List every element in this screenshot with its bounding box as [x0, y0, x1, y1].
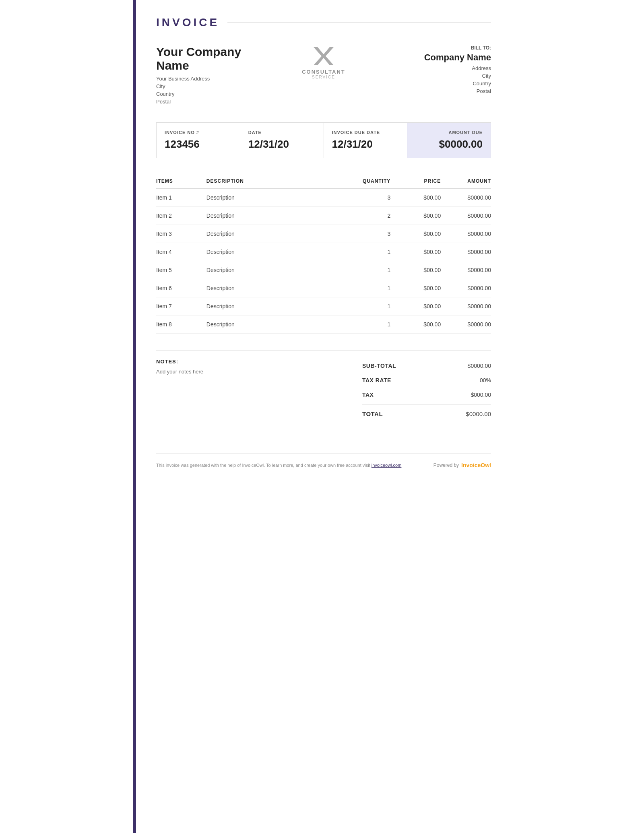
cell-item-5: Item 6 [156, 279, 206, 297]
invoice-title: INVOICE [156, 16, 219, 29]
total-row: TOTAL $0000.00 [362, 406, 491, 421]
subtotal-label: SUB-TOTAL [362, 363, 396, 369]
logo-box: CONSULTANT SERVICE [302, 45, 345, 79]
invoice-header: INVOICE [156, 16, 491, 29]
date-label: DATE [248, 130, 316, 135]
invoice-no-value: 123456 [165, 138, 232, 151]
cell-desc-3: Description [206, 243, 341, 261]
footer-main-text: This invoice was generated with the help… [156, 463, 370, 468]
meta-amount-due: AMOUNT DUE $0000.00 [407, 123, 491, 158]
date-value: 12/31/20 [248, 138, 316, 151]
tax-label: TAX [362, 392, 374, 398]
col-header-quantity: QUANTITY [341, 174, 391, 188]
cell-desc-5: Description [206, 279, 341, 297]
cell-item-7: Item 8 [156, 315, 206, 334]
cell-desc-6: Description [206, 297, 341, 315]
cell-price-0: $00.00 [390, 188, 441, 207]
cell-amount-1: $0000.00 [441, 207, 491, 225]
total-value: $0000.00 [466, 410, 491, 417]
col-header-amount: AMOUNT [441, 174, 491, 188]
cell-price-7: $00.00 [390, 315, 441, 334]
tax-rate-label: TAX RATE [362, 377, 391, 384]
cell-price-5: $00.00 [390, 279, 441, 297]
footer: This invoice was generated with the help… [156, 454, 491, 468]
total-label: TOTAL [362, 410, 383, 417]
logo-text-sub: SERVICE [312, 75, 335, 79]
cell-qty-6: 1 [341, 297, 391, 315]
bill-to-city: City [380, 73, 491, 79]
cell-qty-0: 3 [341, 188, 391, 207]
cell-item-0: Item 1 [156, 188, 206, 207]
cell-item-2: Item 3 [156, 225, 206, 243]
table-header-row: ITEMS DESCRIPTION QUANTITY PRICE AMOUNT [156, 174, 491, 188]
amount-due-value: $0000.00 [415, 138, 483, 151]
due-date-label: INVOICE DUE DATE [332, 130, 399, 135]
col-header-items: ITEMS [156, 174, 206, 188]
col-header-description: DESCRIPTION [206, 174, 341, 188]
tax-rate-row: TAX RATE 00% [362, 373, 491, 388]
tax-value: $000.00 [471, 392, 491, 398]
cell-amount-4: $0000.00 [441, 261, 491, 279]
table-row: Item 8 Description 1 $00.00 $0000.00 [156, 315, 491, 334]
invoice-title-line [227, 23, 491, 23]
svg-marker-0 [314, 47, 334, 65]
totals-divider [362, 404, 491, 404]
cell-amount-7: $0000.00 [441, 315, 491, 334]
company-section: Your Company Name Your Business Address … [156, 45, 491, 106]
cell-desc-0: Description [206, 188, 341, 207]
cell-item-4: Item 5 [156, 261, 206, 279]
col-header-price: PRICE [390, 174, 441, 188]
powered-by-text: Powered by [433, 462, 459, 468]
bill-to-postal: Postal [380, 88, 491, 94]
cell-qty-2: 3 [341, 225, 391, 243]
footer-text: This invoice was generated with the help… [156, 463, 401, 468]
bill-to: BILL TO: Company Name Address City Count… [380, 45, 491, 96]
invoice-no-label: INVOICE NO # [165, 130, 232, 135]
company-address: Your Business Address [156, 76, 268, 82]
subtotal-value: $0000.00 [468, 363, 491, 369]
brand-main: Invoice [461, 462, 481, 468]
cell-item-1: Item 2 [156, 207, 206, 225]
bill-to-company: Company Name [380, 52, 491, 63]
bill-to-label: BILL TO: [380, 45, 491, 51]
company-postal: Postal [156, 99, 268, 105]
brand-accent: Owl [481, 462, 491, 468]
cell-price-4: $00.00 [390, 261, 441, 279]
invoice-page: INVOICE Your Company Name Your Business … [133, 0, 511, 833]
cell-amount-3: $0000.00 [441, 243, 491, 261]
bill-to-address: Address [380, 65, 491, 71]
cell-price-3: $00.00 [390, 243, 441, 261]
amount-due-label: AMOUNT DUE [415, 130, 483, 135]
notes-section: NOTES: Add your notes here [156, 359, 362, 421]
cell-desc-2: Description [206, 225, 341, 243]
cell-item-6: Item 7 [156, 297, 206, 315]
totals-section: SUB-TOTAL $0000.00 TAX RATE 00% TAX $000… [362, 359, 491, 421]
brand-name: InvoiceOwl [461, 462, 491, 468]
cell-price-6: $00.00 [390, 297, 441, 315]
cell-desc-4: Description [206, 261, 341, 279]
table-row: Item 4 Description 1 $00.00 $0000.00 [156, 243, 491, 261]
cell-amount-0: $0000.00 [441, 188, 491, 207]
items-table: ITEMS DESCRIPTION QUANTITY PRICE AMOUNT … [156, 174, 491, 334]
logo-icon [312, 45, 336, 67]
table-row: Item 7 Description 1 $00.00 $0000.00 [156, 297, 491, 315]
cell-desc-1: Description [206, 207, 341, 225]
meta-due-date: INVOICE DUE DATE 12/31/20 [324, 123, 408, 158]
cell-qty-4: 1 [341, 261, 391, 279]
cell-price-1: $00.00 [390, 207, 441, 225]
cell-qty-7: 1 [341, 315, 391, 334]
table-row: Item 5 Description 1 $00.00 $0000.00 [156, 261, 491, 279]
footer-link[interactable]: invoiceowl.com [372, 463, 402, 468]
footer-powered: Powered by InvoiceOwl [433, 462, 491, 468]
company-name: Your Company Name [156, 45, 268, 72]
table-row: Item 3 Description 3 $00.00 $0000.00 [156, 225, 491, 243]
table-row: Item 6 Description 1 $00.00 $0000.00 [156, 279, 491, 297]
tax-rate-value: 00% [480, 377, 491, 384]
company-from: Your Company Name Your Business Address … [156, 45, 268, 106]
due-date-value: 12/31/20 [332, 138, 399, 151]
cell-desc-7: Description [206, 315, 341, 334]
cell-qty-5: 1 [341, 279, 391, 297]
cell-amount-5: $0000.00 [441, 279, 491, 297]
cell-qty-1: 2 [341, 207, 391, 225]
company-country: Country [156, 91, 268, 97]
